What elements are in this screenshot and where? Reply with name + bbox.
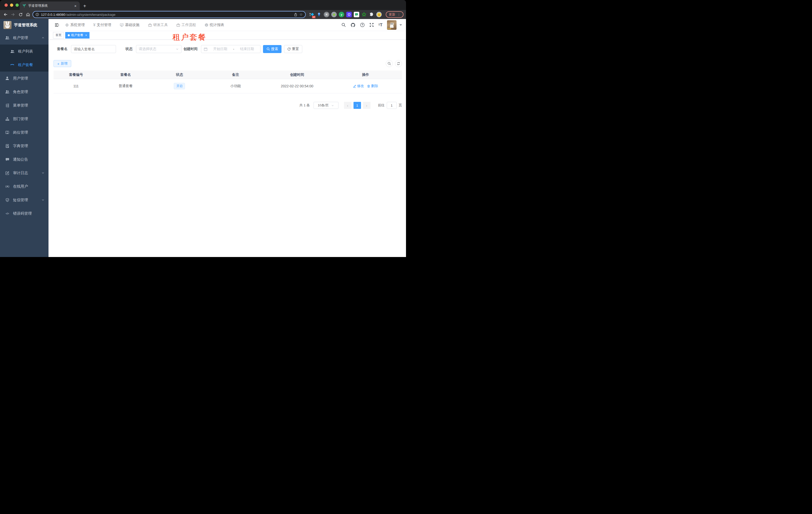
goto-page-input[interactable] — [387, 102, 397, 109]
page-size-select[interactable]: 10条/页 — [314, 102, 339, 109]
tag-tenant-package[interactable]: 租户套餐 × — [65, 32, 89, 38]
tab-close-icon[interactable]: × — [74, 4, 77, 8]
header-actions: TT 0:20 — [341, 20, 402, 30]
status-select[interactable]: 请选择状态 — [136, 45, 181, 53]
extension-command-icon[interactable]: ⌘ — [324, 12, 329, 17]
sidebar-item-notice[interactable]: 通知公告 — [0, 153, 49, 166]
sidebar-collapse-icon[interactable] — [53, 21, 61, 29]
sidebar-item-tenant-package[interactable]: 租户套餐 — [0, 58, 49, 72]
search-icon — [266, 47, 270, 51]
search-button[interactable]: 搜索 — [263, 45, 282, 53]
tab-statistics[interactable]: 统计报表 — [204, 23, 224, 27]
share-icon[interactable] — [294, 13, 297, 17]
search-icon[interactable] — [341, 23, 346, 27]
sidebar-item-dept-management[interactable]: 部门管理 — [0, 112, 49, 126]
browser-menu-icon[interactable]: ⋮ — [397, 13, 401, 17]
add-button[interactable]: + 新增 — [54, 60, 71, 67]
site-info-icon[interactable] — [35, 13, 39, 16]
sidebar: 芋道管理系统 租户管理 租户列表 租户套餐 — [0, 19, 49, 257]
sidebar-item-online-users[interactable]: 在线用户 — [0, 180, 49, 193]
status-badge: 开启 — [174, 83, 185, 89]
delete-link[interactable]: 删除 — [367, 84, 378, 88]
book-gear-icon — [5, 144, 9, 148]
refresh-icon — [397, 62, 400, 65]
extension-badge: 10 — [312, 16, 316, 19]
close-window-button[interactable] — [4, 3, 8, 7]
chevron-down-icon — [41, 171, 45, 174]
help-icon[interactable] — [360, 23, 365, 27]
tab-dev-tools[interactable]: 研发工具 — [148, 23, 168, 27]
avatar-caret-icon[interactable] — [400, 24, 402, 26]
logo-rabbit-image — [3, 21, 11, 29]
goto-label: 前往 — [378, 103, 385, 108]
sidebar-item-error-code[interactable]: </> 错误码管理 — [0, 207, 49, 220]
github-icon[interactable] — [350, 23, 355, 28]
chrome-update-button[interactable]: 更新 ⋮ — [386, 11, 404, 18]
tab-infrastructure[interactable]: 基础设施 — [120, 23, 140, 27]
browser-window: 芋道管理系统 × + 127.0.0.1:48080/admin-ui/syst… — [0, 0, 406, 257]
date-range-picker[interactable]: 开始日期 - 结束日期 — [201, 45, 261, 53]
sidebar-item-menu-management[interactable]: 菜单管理 — [0, 99, 49, 112]
browser-tab[interactable]: 芋道管理系统 × — [20, 1, 80, 10]
url-bar[interactable]: 127.0.0.1:48080/admin-ui/system/tenant/p… — [32, 11, 306, 18]
tag-home[interactable]: 首页 — [53, 32, 64, 38]
tab-system-management[interactable]: 系统管理 — [65, 23, 85, 27]
package-name-input[interactable] — [71, 45, 116, 53]
cell-package-name: 普通套餐 — [98, 84, 153, 88]
browser-tab-strip: 芋道管理系统 × + — [0, 0, 406, 10]
sidebar-item-dict-management[interactable]: 字典管理 — [0, 139, 49, 153]
briefcase-icon — [148, 23, 152, 27]
home-icon[interactable] — [25, 11, 31, 18]
minimize-window-button[interactable] — [10, 3, 13, 7]
profile-emoji-icon[interactable] — [376, 12, 382, 17]
edit-link[interactable]: 修改 — [353, 84, 364, 88]
extension-star-icon[interactable] — [361, 12, 367, 17]
tag-close-icon[interactable]: × — [85, 33, 87, 37]
sidebar-item-post-management[interactable]: 岗位管理 — [0, 126, 49, 139]
col-header-id: 套餐编号 — [54, 73, 98, 77]
extension-shield-icon[interactable] — [346, 12, 352, 17]
zoom-window-button[interactable] — [16, 3, 19, 7]
extension-chat-icon[interactable] — [354, 12, 359, 17]
sidebar-item-audit-log[interactable]: 审计日志 — [0, 166, 49, 180]
url-path: /admin-ui/system/tenant/package — [66, 13, 292, 17]
sidebar-item-tenant-management[interactable]: 租户管理 — [0, 31, 49, 45]
pencil-icon — [353, 85, 356, 88]
message-bubble-icon — [5, 157, 9, 162]
sidebar-logo[interactable]: 芋道管理系统 — [0, 19, 49, 31]
sidebar-item-tenant-list[interactable]: 租户列表 — [0, 45, 49, 58]
shield-check-icon — [5, 198, 9, 202]
extension-dot-icon[interactable] — [331, 12, 337, 17]
back-icon[interactable] — [2, 11, 8, 18]
fullscreen-icon[interactable] — [369, 23, 374, 27]
show-search-button[interactable] — [386, 60, 393, 67]
forward-icon[interactable] — [10, 11, 16, 18]
active-dot — [68, 34, 70, 36]
sidebar-item-role-management[interactable]: 角色管理 — [0, 85, 49, 99]
chevron-down-icon — [41, 198, 45, 201]
reset-button[interactable]: 重置 — [284, 45, 302, 53]
font-size-icon[interactable]: TT — [378, 23, 383, 28]
tab-workflow[interactable]: 工作流程 — [176, 23, 196, 27]
extension-diamond-icon[interactable]: 10 — [309, 12, 314, 17]
extension-y-icon[interactable]: y — [339, 12, 344, 17]
tab-title: 芋道管理系统 — [28, 3, 74, 8]
refresh-table-button[interactable] — [395, 60, 402, 67]
next-page-button[interactable]: › — [363, 102, 371, 109]
user-avatar[interactable]: 0:20 — [387, 20, 397, 30]
reload-icon[interactable] — [18, 11, 24, 18]
prev-page-button[interactable]: ‹ — [344, 102, 351, 109]
page-content: 套餐名 状态 请选择状态 创建时间 开始日期 - 结束日期 — [49, 39, 406, 257]
end-date-placeholder: 结束日期 — [236, 47, 258, 51]
col-header-created: 创建时间 — [265, 73, 329, 77]
dashboard-icon — [204, 23, 208, 27]
sidebar-item-sms-management[interactable]: 短信管理 — [0, 193, 49, 207]
page-1-button[interactable]: 1 — [353, 102, 361, 109]
sidebar-item-user-management[interactable]: 用户管理 — [0, 72, 49, 85]
bookmark-star-icon[interactable]: ☆ — [299, 12, 303, 17]
new-tab-button[interactable]: + — [83, 3, 86, 8]
extensions-puzzle-icon[interactable] — [369, 12, 374, 17]
extension-gem-icon[interactable] — [316, 12, 322, 17]
search-icon — [387, 62, 391, 65]
tab-payment-management[interactable]: ¥ 支付管理 — [93, 23, 111, 27]
